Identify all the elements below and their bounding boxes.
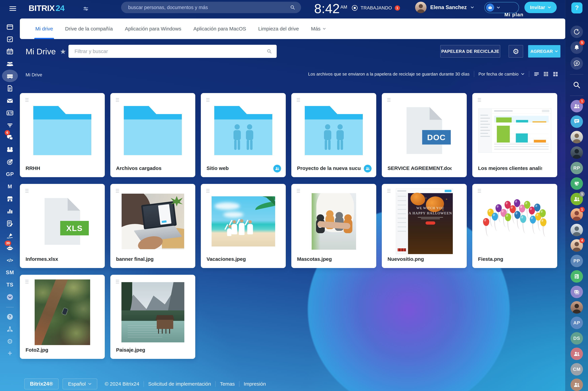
rail-item-news-chat[interactable] — [571, 270, 583, 283]
rail-item-user-ap[interactable]: AP — [571, 317, 583, 329]
rail-item-user-3[interactable]: 1 — [571, 208, 583, 221]
help-button[interactable]: ? — [571, 2, 583, 13]
global-search-input[interactable] — [128, 5, 290, 10]
sidebar-item-messenger[interactable]: 6 — [0, 132, 20, 143]
sidebar-item-goals[interactable] — [0, 157, 20, 167]
rail-item-group-chat[interactable]: 1 — [571, 100, 583, 112]
sidebar-item-support[interactable]: ? — [0, 311, 20, 322]
rail-item-support-chat[interactable] — [571, 379, 583, 391]
quick-settings-icon[interactable] — [83, 6, 89, 12]
sidebar-item-mail[interactable] — [0, 95, 20, 106]
card-menu-icon[interactable] — [477, 188, 482, 194]
rail-item-user-1[interactable] — [571, 131, 583, 143]
rail-item-user-rp[interactable]: RP — [571, 162, 583, 174]
file-card[interactable]: banner final.jpg — [110, 184, 195, 268]
card-menu-icon[interactable] — [115, 279, 120, 285]
rail-item-user-4[interactable] — [571, 224, 583, 236]
card-menu-icon[interactable] — [387, 188, 391, 194]
card-menu-icon[interactable] — [477, 98, 482, 103]
sidebar-item-sales-intelligence[interactable] — [0, 120, 20, 131]
filter-search[interactable] — [69, 45, 277, 58]
rail-item-user-ds[interactable]: DS — [571, 332, 583, 345]
file-card[interactable]: RRHH — [20, 93, 105, 177]
sidebar-item-copilot[interactable]: 39 — [0, 243, 20, 253]
recycle-bin-button[interactable]: PAPELERA DE RECICLAJE — [440, 45, 500, 58]
view-list-icon[interactable] — [533, 71, 540, 77]
language-selector[interactable]: Español — [63, 379, 97, 389]
rail-item-messenger-sync[interactable] — [571, 57, 583, 70]
clock[interactable]: 8:42AM — [314, 1, 347, 16]
sidebar-item-employees[interactable] — [0, 58, 20, 69]
search-icon[interactable] — [267, 49, 272, 54]
sidebar-item-market[interactable]: M — [0, 181, 20, 192]
my-plan-button[interactable]: Mi plan — [484, 2, 519, 13]
sidebar-item-analytics[interactable] — [0, 206, 20, 216]
card-menu-icon[interactable] — [296, 98, 301, 103]
tab-windows-app[interactable]: Aplicación para Windows — [119, 18, 187, 39]
work-status[interactable]: TRABAJANDO 1 — [351, 5, 400, 11]
user-menu[interactable]: Elena Sanchez — [415, 2, 474, 13]
rail-item-user-pp[interactable]: PP — [571, 255, 583, 267]
tab-mi-drive[interactable]: Mi drive — [29, 18, 59, 39]
file-card[interactable]: Foto2.jpg — [20, 275, 105, 359]
rail-item-user-6[interactable] — [571, 301, 583, 314]
rail-item-hr-chat[interactable] — [571, 348, 583, 360]
sidebar-item-forms[interactable] — [0, 218, 20, 229]
rail-item-user-5[interactable]: 4 — [571, 239, 583, 252]
filter-input[interactable] — [75, 48, 267, 54]
file-card[interactable]: XLS Informes.xlsx — [20, 184, 105, 268]
file-card[interactable]: Archivos cargados — [110, 93, 195, 177]
footer-link-themes[interactable]: Temas — [220, 381, 235, 387]
stop-work-icon[interactable] — [351, 5, 358, 11]
favorite-star-icon[interactable]: ★ — [60, 47, 66, 56]
rail-item-search[interactable] — [571, 79, 583, 91]
sidebar-item-store[interactable] — [0, 194, 20, 204]
file-card[interactable]: Vacaciones.jpeg — [201, 184, 286, 268]
file-card[interactable]: Mascotas.jpeg — [291, 184, 376, 268]
card-menu-icon[interactable] — [206, 98, 210, 103]
card-menu-icon[interactable] — [25, 279, 29, 285]
view-grid-icon[interactable] — [543, 71, 549, 77]
card-menu-icon[interactable] — [296, 188, 301, 194]
card-menu-icon[interactable] — [25, 98, 29, 103]
file-card[interactable]: Proyecto de la nueva sucursal — [291, 93, 376, 177]
footer-link-implementation[interactable]: Solicitud de implementación — [148, 381, 211, 387]
file-card[interactable]: WE WITCH YOU A HAPPY HALLOWEEN Nuevositi… — [382, 184, 467, 268]
tab-company-drive[interactable]: Drive de la compañía — [59, 18, 119, 39]
tab-drive-cleanup[interactable]: Limpieza del drive — [252, 18, 305, 39]
sidebar-item-documents[interactable] — [0, 83, 20, 94]
avatar[interactable] — [415, 2, 426, 13]
rail-item-crm-chat[interactable] — [571, 286, 583, 298]
sidebar-item-sm[interactable]: SM — [0, 267, 20, 278]
sidebar-item-settings[interactable]: ⚙ — [0, 336, 20, 347]
sidebar-item-crm[interactable] — [0, 107, 20, 118]
global-search[interactable] — [121, 2, 301, 13]
sidebar-item-network[interactable] — [0, 324, 20, 334]
sidebar-item-drive[interactable] — [0, 71, 20, 82]
tab-more[interactable]: Más — [305, 18, 332, 39]
rail-item-onboarding[interactable] — [571, 177, 583, 190]
card-menu-icon[interactable] — [206, 188, 210, 194]
file-card[interactable]: Los mejores clientes analisis.png — [472, 93, 557, 177]
footer-link-print[interactable]: Impresión — [244, 381, 266, 387]
file-card[interactable]: Fiesta.png — [472, 184, 557, 268]
sort-selector[interactable]: Por fecha de cambio — [479, 72, 525, 77]
sidebar-item-developer[interactable]: </> — [0, 255, 20, 266]
card-menu-icon[interactable] — [25, 188, 29, 194]
footer-brand-button[interactable]: Bitrix24® — [24, 379, 59, 389]
settings-button[interactable]: ⚙ — [509, 45, 523, 58]
sidebar-item-live-feed[interactable] — [0, 21, 20, 32]
sidebar-item-add[interactable]: + — [0, 348, 20, 359]
tab-macos-app[interactable]: Aplicación para MacOS — [187, 18, 252, 39]
rail-item-user-cm[interactable]: CM — [571, 363, 583, 376]
file-card[interactable]: Paisaje.jpeg — [110, 275, 195, 359]
search-icon[interactable] — [290, 5, 295, 10]
rail-item-channel-chat[interactable] — [571, 115, 583, 128]
sidebar-item-tasks[interactable] — [0, 34, 20, 45]
card-menu-icon[interactable] — [115, 188, 120, 194]
sidebar-item-e-sign[interactable] — [0, 230, 20, 241]
file-card[interactable]: Sitio web — [201, 93, 286, 177]
rail-item-team-chat[interactable]: 1 — [571, 193, 583, 205]
rail-item-notifications[interactable]: 5 — [571, 41, 583, 54]
bitrix24-logo[interactable]: BITRIX24 — [29, 3, 64, 13]
